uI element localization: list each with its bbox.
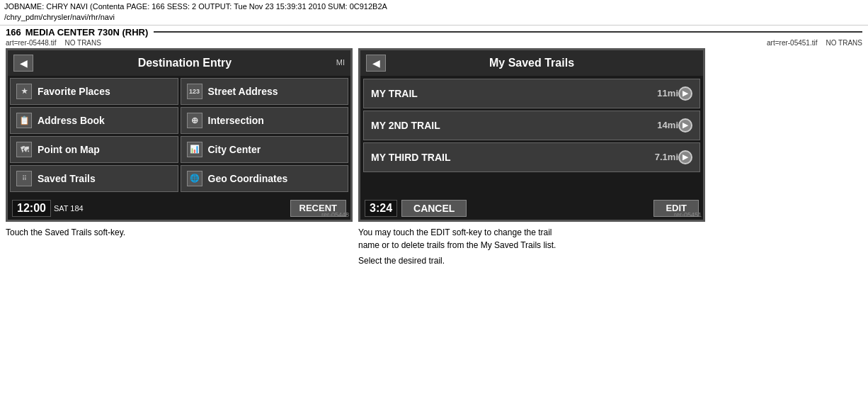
caption-left-text: Touch the Saved Trails soft-key. bbox=[6, 227, 125, 237]
point-on-map-icon: 🗺 bbox=[16, 142, 32, 157]
art-label-left-group: art=rer-05448.tif NO TRANS bbox=[6, 39, 101, 47]
city-center-icon: 📊 bbox=[187, 142, 202, 157]
intersection-button[interactable]: ⊕ Intersection bbox=[181, 107, 349, 134]
trail-row[interactable]: MY THIRD TRAIL 7.1mi ▶ bbox=[363, 142, 700, 172]
rer-label-right: rer-05451 bbox=[674, 211, 702, 218]
caption-left: Touch the Saved Trails soft-key. bbox=[6, 226, 353, 267]
geo-coordinates-button[interactable]: 🌐 Geo Coordinates bbox=[181, 165, 349, 192]
trail-row[interactable]: MY 2ND TRAIL 14mi ▶ bbox=[363, 111, 700, 140]
saved-trails-screen: ◀ My Saved Trails MY TRAIL 11mi ▶ MY 2ND… bbox=[358, 48, 705, 222]
saved-trails-icon: ⠿ bbox=[16, 171, 32, 186]
right-screen-bottombar: 3:24 CANCEL EDIT bbox=[360, 197, 703, 220]
trail-go-icon-1[interactable]: ▶ bbox=[678, 86, 692, 101]
right-back-arrow-icon: ◀ bbox=[372, 57, 380, 69]
street-address-icon: 123 bbox=[187, 84, 202, 99]
page-number: 166 bbox=[6, 27, 21, 38]
caption-right-line3: Select the desired trail. bbox=[358, 254, 705, 267]
trail-dist-2: 14mi bbox=[657, 120, 678, 130]
saved-trails-label: Saved Trails bbox=[38, 173, 96, 184]
captions-row: Touch the Saved Trails soft-key. You may… bbox=[0, 222, 868, 267]
intersection-icon: ⊕ bbox=[187, 113, 202, 128]
favorite-places-icon: ★ bbox=[16, 84, 32, 99]
page-header: JOBNAME: CHRY NAVI (Contenta PAGE: 166 S… bbox=[0, 0, 868, 26]
left-back-button[interactable]: ◀ bbox=[13, 55, 33, 72]
favorite-places-button[interactable]: ★ Favorite Places bbox=[10, 78, 178, 105]
main-content: ◀ Destination Entry MI ★ Favorite Places… bbox=[0, 48, 868, 222]
destination-grid: ★ Favorite Places 123 Street Address 📋 A… bbox=[8, 76, 350, 194]
address-book-label: Address Book bbox=[38, 115, 105, 126]
art-labels-row: art=rer-05448.tif NO TRANS art=rer-05451… bbox=[0, 39, 868, 47]
geo-coordinates-label: Geo Coordinates bbox=[208, 173, 288, 184]
section-title-bar: 166 MEDIA CENTER 730N (RHR) bbox=[0, 26, 868, 39]
left-back-arrow-icon: ◀ bbox=[20, 57, 28, 69]
trail-name-1: MY TRAIL bbox=[371, 88, 657, 99]
street-address-button[interactable]: 123 Street Address bbox=[181, 78, 349, 105]
art-file-left: art=rer-05448.tif bbox=[6, 39, 56, 47]
trail-dist-3: 7.1mi bbox=[655, 152, 678, 162]
intersection-label: Intersection bbox=[208, 115, 264, 126]
cancel-button[interactable]: CANCEL bbox=[401, 200, 467, 217]
right-back-button[interactable]: ◀ bbox=[366, 55, 386, 72]
caption-right-line2: name or to delete trails from the My Sav… bbox=[358, 239, 705, 252]
left-screen-topbar: ◀ Destination Entry MI bbox=[8, 50, 350, 76]
art-trans-left: NO TRANS bbox=[64, 39, 101, 47]
left-time-display: 12:00 bbox=[12, 200, 51, 217]
art-file-right: art=rer-05451.tif bbox=[767, 39, 817, 47]
address-book-button[interactable]: 📋 Address Book bbox=[10, 107, 178, 134]
trails-list: MY TRAIL 11mi ▶ MY 2ND TRAIL 14mi ▶ MY T… bbox=[360, 76, 703, 207]
mi-icon: MI bbox=[336, 59, 345, 67]
trail-go-icon-3[interactable]: ▶ bbox=[678, 150, 692, 164]
city-center-button[interactable]: 📊 City Center bbox=[181, 136, 349, 163]
header-line1: JOBNAME: CHRY NAVI (Contenta PAGE: 166 S… bbox=[4, 1, 864, 12]
trail-row[interactable]: MY TRAIL 11mi ▶ bbox=[363, 79, 700, 108]
trail-name-2: MY 2ND TRAIL bbox=[371, 120, 657, 131]
right-screen-title: My Saved Trails bbox=[386, 57, 678, 69]
point-on-map-label: Point on Map bbox=[38, 144, 100, 155]
caption-right: You may touch the EDIT soft-key to chang… bbox=[358, 226, 705, 267]
rer-label-left: rer-05448 bbox=[321, 211, 349, 218]
right-time-display: 3:24 bbox=[365, 200, 397, 217]
art-label-right-group: art=rer-05451.tif NO TRANS bbox=[767, 39, 862, 47]
favorite-places-label: Favorite Places bbox=[38, 86, 110, 97]
left-screen-bottombar: 12:00 SAT 184 RECENT bbox=[8, 197, 350, 220]
trail-name-3: MY THIRD TRAIL bbox=[371, 152, 655, 163]
art-trans-right: NO TRANS bbox=[826, 39, 863, 47]
destination-entry-screen: ◀ Destination Entry MI ★ Favorite Places… bbox=[6, 48, 353, 222]
trail-dist-1: 11mi bbox=[657, 88, 678, 98]
address-book-icon: 📋 bbox=[16, 113, 32, 128]
right-screen-topbar: ◀ My Saved Trails bbox=[360, 50, 703, 76]
point-on-map-button[interactable]: 🗺 Point on Map bbox=[10, 136, 178, 163]
section-title: MEDIA CENTER 730N (RHR) bbox=[25, 27, 149, 38]
street-address-label: Street Address bbox=[208, 86, 278, 97]
geo-coordinates-icon: 🌐 bbox=[187, 171, 202, 186]
city-center-label: City Center bbox=[208, 144, 261, 155]
trail-go-icon-2[interactable]: ▶ bbox=[678, 118, 692, 133]
left-screen-title: Destination Entry bbox=[33, 57, 336, 69]
caption-right-line1: You may touch the EDIT soft-key to chang… bbox=[358, 226, 705, 239]
sat-label: SAT 184 bbox=[54, 204, 84, 213]
title-rule bbox=[154, 31, 862, 33]
saved-trails-button[interactable]: ⠿ Saved Trails bbox=[10, 165, 178, 192]
header-line2: /chry_pdm/chrysler/navi/rhr/navi bbox=[4, 12, 864, 23]
